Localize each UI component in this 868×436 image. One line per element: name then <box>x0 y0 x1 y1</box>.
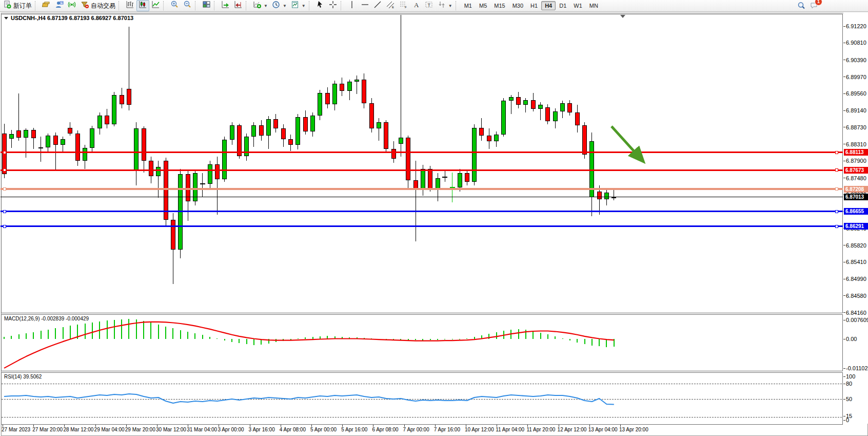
auto-scroll-button[interactable] <box>219 0 232 11</box>
candle-bear <box>325 93 330 104</box>
level-line-current-price[interactable] <box>1 197 843 197</box>
level-handle-right[interactable] <box>835 151 838 154</box>
price-tag-support-1: 6.86655 <box>844 208 868 215</box>
trendline-button[interactable] <box>371 0 384 11</box>
candle-bull <box>553 111 558 121</box>
candle-bear <box>38 147 43 148</box>
new-order-button[interactable]: 新订单 <box>1 0 34 11</box>
chevron-down-icon[interactable]: ▼ <box>283 4 287 8</box>
notifications-button[interactable]: 1 <box>808 0 821 11</box>
timeframe-m1-button[interactable]: M1 <box>461 1 476 10</box>
chevron-down-icon[interactable]: ▼ <box>264 4 268 8</box>
search-button[interactable] <box>795 0 808 11</box>
macd-histogram-bar <box>357 337 358 339</box>
tile-windows-button[interactable] <box>200 0 213 11</box>
macd-histogram-bar <box>11 336 12 339</box>
market-watch-button[interactable] <box>40 0 53 11</box>
templates-button[interactable]: ▼ <box>289 0 308 11</box>
level-handle-left[interactable] <box>3 151 6 154</box>
zoom-in-button[interactable] <box>168 0 181 11</box>
signals-button[interactable] <box>66 0 78 11</box>
cursor-button[interactable] <box>314 0 327 11</box>
chart-bars-button[interactable] <box>124 0 136 11</box>
price-tick-label: 6.84160 <box>846 310 866 316</box>
chart-shift-marker[interactable] <box>620 15 625 18</box>
crosshair-button[interactable] <box>327 0 340 11</box>
timeframe-h4-button[interactable]: H4 <box>541 1 556 10</box>
candle-bull <box>266 119 271 136</box>
macd-histogram-bar <box>239 339 240 343</box>
candle-bull <box>97 116 102 128</box>
macd-histogram-bar <box>158 325 159 339</box>
price-tick-label: 6.88310 <box>846 141 866 147</box>
macd-histogram-bar <box>488 334 489 339</box>
timeframe-m5-button[interactable]: M5 <box>476 1 490 10</box>
horizontal-line-button[interactable] <box>359 0 371 11</box>
macd-histogram-bar <box>555 336 556 339</box>
rsi-tick-label: 80 <box>846 381 852 387</box>
level-handle-left[interactable] <box>3 210 6 213</box>
level-line-support-1[interactable] <box>1 211 843 212</box>
timeframe-d1-button[interactable]: D1 <box>556 1 570 10</box>
fibo-icon: F <box>399 1 408 11</box>
zoom-out-button[interactable] <box>181 0 194 11</box>
vline-icon <box>348 1 357 11</box>
candle-bull <box>494 135 499 141</box>
arrows-button[interactable]: ▼ <box>436 0 455 11</box>
candle-bull <box>611 197 616 198</box>
candle-bull <box>354 80 359 82</box>
autotrading-button[interactable]: 自动交易 <box>78 0 117 11</box>
chart-candles-button[interactable] <box>136 0 149 11</box>
time-axis-tick <box>250 425 250 427</box>
time-axis-tick <box>33 425 34 427</box>
macd-histogram-bar <box>474 337 475 339</box>
chevron-down-icon[interactable]: ▼ <box>448 4 452 8</box>
level-line-resistance-2[interactable] <box>1 169 843 171</box>
price-tick-mark <box>843 161 845 161</box>
level-handle-left[interactable] <box>3 168 6 172</box>
level-handle-right[interactable] <box>835 187 838 191</box>
candle-bull <box>538 105 543 109</box>
text-label-button[interactable]: T <box>423 0 436 11</box>
level-handle-left[interactable] <box>3 187 6 191</box>
collapse-ohlc-icon[interactable] <box>4 17 8 20</box>
time-axis-tick <box>157 425 157 427</box>
timeframe-m30-button[interactable]: M30 <box>509 1 527 10</box>
periods-button[interactable]: ▼ <box>270 0 289 11</box>
rsi-tick-label: 50 <box>846 396 852 402</box>
level-handle-right[interactable] <box>835 225 838 228</box>
macd-panel[interactable] <box>1 314 843 371</box>
profile-button[interactable] <box>53 0 66 11</box>
macd-histogram-bar <box>378 339 379 339</box>
chart-line-button[interactable] <box>149 0 162 11</box>
level-handle-right[interactable] <box>835 210 838 213</box>
time-axis-tick <box>466 425 466 427</box>
macd-histogram-bar <box>481 335 482 339</box>
chevron-down-icon[interactable]: ▼ <box>302 4 306 8</box>
timeframe-h1-button[interactable]: H1 <box>527 1 541 10</box>
indicators-button[interactable]: ▼ <box>251 0 270 11</box>
level-line-support-2[interactable] <box>1 225 843 227</box>
time-axis-tick <box>126 425 127 427</box>
macd-histogram-bar <box>349 337 350 339</box>
level-handle-left[interactable] <box>3 225 6 228</box>
text-button[interactable]: A <box>410 0 423 11</box>
vertical-line-button[interactable] <box>346 0 359 11</box>
macd-histogram-bar <box>452 339 453 339</box>
channel-button[interactable]: E <box>384 0 397 11</box>
level-line-resistance-1[interactable] <box>1 151 843 153</box>
fibonacci-button[interactable]: F <box>397 0 410 11</box>
timeframe-m15-button[interactable]: M15 <box>490 1 508 10</box>
level-handle-right[interactable] <box>835 168 838 172</box>
macd-histogram-bar <box>4 337 5 339</box>
macd-histogram-bar <box>63 327 64 339</box>
price-chart-panel[interactable] <box>1 14 843 313</box>
time-axis-tick <box>373 425 373 427</box>
timeframe-w1-button[interactable]: W1 <box>570 1 586 10</box>
macd-histogram-bar <box>172 328 173 339</box>
chart-shift-button[interactable] <box>232 0 245 11</box>
candle-bear <box>75 134 80 161</box>
level-line-support-zone[interactable] <box>1 188 843 190</box>
timeframe-mn-button[interactable]: MN <box>586 1 602 10</box>
macd-histogram-bar <box>231 339 232 342</box>
